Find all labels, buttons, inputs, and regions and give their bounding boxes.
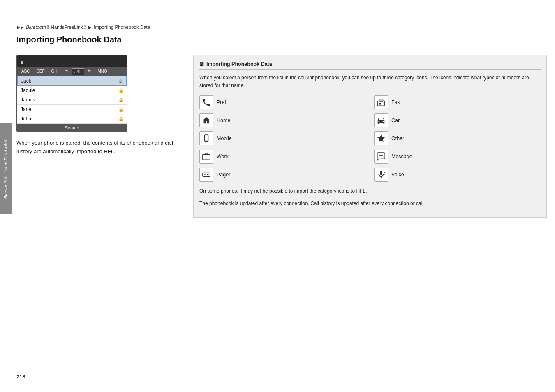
breadcrumb-hfl: HandsFreeLink® [51,25,86,30]
tab-jkl[interactable]: JKL [72,68,84,75]
breadcrumb-arrow2: ▶ [88,25,92,30]
svg-rect-17 [207,174,209,176]
icon-row-car: Car [374,113,541,127]
contact-james[interactable]: James 🔒 [17,95,127,105]
pager-label: Pager [217,172,230,178]
info-box-title-text: Importing Phonebook Data [206,61,272,67]
tab-abc[interactable]: ABC [19,68,32,75]
svg-rect-14 [203,173,210,177]
contact-name-jaquie: Jaquie [21,88,35,93]
car-icon [377,116,386,125]
svg-point-3 [383,103,384,104]
icon-row-pager: Pager [199,168,366,182]
two-column-layout: ≡ ABC DEF GHI ◄ JKL ► MNO Jack 🔒 [16,55,547,218]
contact-icon-john: 🔒 [118,117,123,121]
breadcrumb-page: Importing Phonebook Data [94,25,150,30]
icon-box-mobile [199,131,213,145]
icons-grid: Pref Fax [199,95,541,182]
other-icon [377,134,386,143]
icon-box-car [374,113,388,127]
phone-tabs: ABC DEF GHI ◄ JKL ► MNO [17,67,127,76]
pref-icon [202,98,211,107]
contact-icon-jack: 🔒 [118,79,123,83]
main-content: ▶▶ Bluetooth® HandsFreeLink® ▶ Importing… [16,0,547,218]
icon-row-home: Home [199,113,366,127]
contact-jaquie[interactable]: Jaquie 🔒 [17,86,127,95]
tab-ghi[interactable]: GHI [49,68,61,75]
icon-row-fax: Fax [374,95,541,109]
car-label: Car [391,118,400,123]
breadcrumb: ▶▶ Bluetooth® HandsFreeLink® ▶ Importing… [16,25,547,32]
contact-jane[interactable]: Jane 🔒 [17,105,127,114]
icon-box-pager [199,168,213,182]
right-column: ⊠ Importing Phonebook Data When you sele… [193,55,547,218]
phone-screen: ≡ ABC DEF GHI ◄ JKL ► MNO Jack 🔒 [16,55,127,132]
tab-def[interactable]: DEF [34,68,47,75]
phone-top-bar: ≡ [17,58,127,67]
contact-name-james: James [21,97,35,103]
icon-row-work: Work [199,150,366,164]
note-text-2: The phonebook is updated after every con… [199,200,541,208]
mobile-icon [202,134,211,143]
contact-icon-james: 🔒 [118,98,123,102]
phone-contact-list: Jack 🔒 Jaquie 🔒 James 🔒 Jane 🔒 [17,76,127,124]
breadcrumb-bluetooth: Bluetooth® [26,25,49,30]
contact-name-john: John [21,116,31,122]
icon-box-message [374,150,388,164]
other-label: Other [391,136,404,141]
phone-search-bar[interactable]: Search [17,124,127,131]
work-icon [202,152,211,161]
contact-icon-jane: 🔒 [118,107,123,112]
page-number: 218 [16,374,25,380]
pref-label: Pref [217,99,226,105]
home-label: Home [217,118,230,123]
breadcrumb-arrows: ▶▶ [17,25,24,30]
home-icon [202,116,211,125]
left-column: ≡ ABC DEF GHI ◄ JKL ► MNO Jack 🔒 [16,55,181,218]
work-label: Work [217,154,229,159]
voice-icon [377,170,386,179]
svg-line-19 [384,174,385,175]
svg-line-18 [384,172,385,173]
fax-icon [377,98,386,107]
icon-box-fax [374,95,388,109]
svg-marker-9 [377,135,385,142]
icon-row-other: Other [374,131,541,145]
contact-john[interactable]: John 🔒 [17,114,127,124]
icon-box-pref [199,95,213,109]
note-text-1: On some phones, it may not be possible t… [199,187,541,195]
contact-name-jane: Jane [21,106,31,112]
contact-name-jack: Jack [21,78,31,84]
svg-point-4 [383,104,384,105]
tab-left-arrow: ◄ [62,68,70,75]
icon-box-work [199,150,213,164]
mobile-label: Mobile [217,136,232,141]
contact-icon-jaquie: 🔒 [118,88,123,93]
side-tab-label: Bluetooth® HandsFreeLink® [3,138,8,199]
icon-box-home [199,113,213,127]
svg-rect-10 [203,155,210,160]
tab-mno[interactable]: MNO [95,68,109,75]
page-title: Importing Phonebook Data [16,35,547,48]
icon-box-other [374,131,388,145]
svg-rect-2 [379,103,382,105]
fax-label: Fax [391,99,400,105]
description-text: When your phone is paired, the contents … [16,139,181,156]
tab-right-arrow: ► [86,68,93,75]
icon-box-voice [374,168,388,182]
info-box-title: ⊠ Importing Phonebook Data [199,61,541,70]
search-label: Search [65,125,79,130]
message-label: Message [391,154,412,159]
voice-label: Voice [391,172,404,178]
icon-row-mobile: Mobile [199,131,366,145]
side-tab: Bluetooth® HandsFreeLink® [0,123,12,214]
contact-jack[interactable]: Jack 🔒 [17,76,127,86]
icon-row-pref: Pref [199,95,366,109]
phone-menu-icon: ≡ [21,60,23,65]
pager-icon [202,170,211,179]
icon-row-message: Message [374,150,541,164]
svg-rect-1 [379,99,383,102]
svg-point-8 [206,141,206,142]
info-box-description: When you select a person from the list i… [199,74,541,90]
info-box: ⊠ Importing Phonebook Data When you sele… [193,55,547,218]
